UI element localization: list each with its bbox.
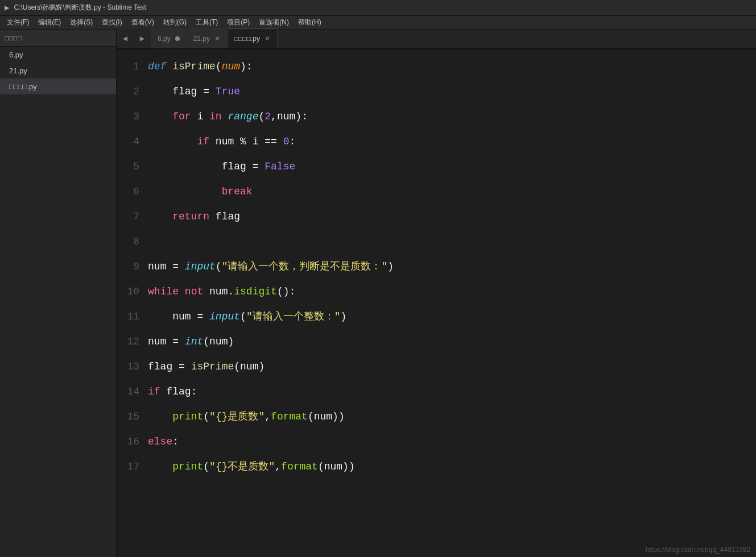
menu-tools[interactable]: 工具(T) — [191, 16, 222, 28]
code-line-4: if num % i == 0: — [148, 129, 756, 154]
tab-next-button[interactable]: ▶ — [134, 28, 151, 48]
tab-6py[interactable]: 6.py — [151, 28, 187, 48]
tabbar: ◀ ▶ 6.py 21.py ✕ □□□□.py ✕ — [117, 30, 756, 49]
tab-zhishu-label: □□□□.py — [234, 35, 260, 43]
code-line-10: while not num.isdigit(): — [148, 279, 756, 304]
code-line-12: num = int(num) — [148, 329, 756, 354]
sidebar-header: □□□□ — [0, 30, 116, 47]
tab-21py-close-button[interactable]: ✕ — [214, 35, 220, 43]
sidebar: □□□□ 6.py 21.py □□□□.py — [0, 30, 117, 557]
main-layout: □□□□ 6.py 21.py □□□□.py ◀ ▶ 6.py 21.py ✕… — [0, 30, 756, 557]
menu-select[interactable]: 选择(S) — [65, 16, 97, 28]
code-content[interactable]: def isPrime(num): flag = True for i in r… — [148, 54, 756, 557]
code-line-17: print("{}不是质数",format(num)) — [148, 454, 756, 479]
code-line-13: flag = isPrime(num) — [148, 354, 756, 379]
code-line-1: def isPrime(num): — [148, 54, 756, 79]
menu-help[interactable]: 帮助(H) — [294, 16, 326, 28]
menu-file[interactable]: 文件(F) — [2, 16, 34, 28]
code-line-16: else: — [148, 429, 756, 454]
sidebar-item-21py[interactable]: 21.py — [0, 63, 116, 78]
code-line-7: return flag — [148, 204, 756, 229]
menu-edit[interactable]: 编辑(E) — [34, 16, 65, 28]
code-line-5: flag = False — [148, 154, 756, 179]
menubar: 文件(F) 编辑(E) 选择(S) 查找(I) 查看(V) 转到(G) 工具(T… — [0, 16, 756, 30]
tab-6py-label: 6.py — [158, 35, 171, 43]
tab-21py[interactable]: 21.py ✕ — [187, 28, 227, 48]
code-line-11: num = input("请输入一个整数：") — [148, 304, 756, 329]
sidebar-folder-label: □□□□ — [5, 35, 22, 41]
code-editor[interactable]: 1 2 3 4 5 6 7 8 9 10 11 12 13 14 15 16 1… — [117, 49, 756, 557]
menu-view[interactable]: 查看(V) — [127, 16, 159, 28]
menu-find[interactable]: 查找(I) — [97, 16, 126, 28]
code-line-15: print("{}是质数",format(num)) — [148, 404, 756, 429]
code-line-3: for i in range(2,num): — [148, 104, 756, 129]
tab-prev-button[interactable]: ◀ — [117, 28, 134, 48]
watermark: https://blog.csdn.net/qq_44913382 — [646, 546, 750, 554]
menu-project[interactable]: 项目(P) — [222, 16, 254, 28]
app-icon: ▶ — [5, 3, 9, 13]
code-line-6: break — [148, 179, 756, 204]
tab-21py-label: 21.py — [193, 35, 210, 43]
tab-6py-modified-dot — [175, 36, 180, 41]
code-line-8 — [148, 229, 756, 254]
code-line-14: if flag: — [148, 379, 756, 404]
editor-area: ◀ ▶ 6.py 21.py ✕ □□□□.py ✕ 1 2 3 4 5 — [117, 30, 756, 557]
sidebar-item-zhishu[interactable]: □□□□.py — [0, 78, 116, 94]
tab-zhishu-close-button[interactable]: ✕ — [265, 35, 270, 43]
title-text: C:\Users\孙鹏辉\判断质数.py - Sublime Text — [14, 3, 146, 13]
line-numbers: 1 2 3 4 5 6 7 8 9 10 11 12 13 14 15 16 1… — [117, 54, 148, 557]
sidebar-item-6py[interactable]: 6.py — [0, 47, 116, 63]
code-line-2: flag = True — [148, 79, 756, 104]
tab-zhishu[interactable]: □□□□.py ✕ — [227, 28, 278, 48]
menu-goto[interactable]: 转到(G) — [159, 16, 191, 28]
titlebar: ▶ C:\Users\孙鹏辉\判断质数.py - Sublime Text — [0, 0, 756, 16]
code-line-9: num = input("请输入一个数，判断是不是质数：") — [148, 254, 756, 279]
menu-prefs[interactable]: 首选项(N) — [254, 16, 294, 28]
